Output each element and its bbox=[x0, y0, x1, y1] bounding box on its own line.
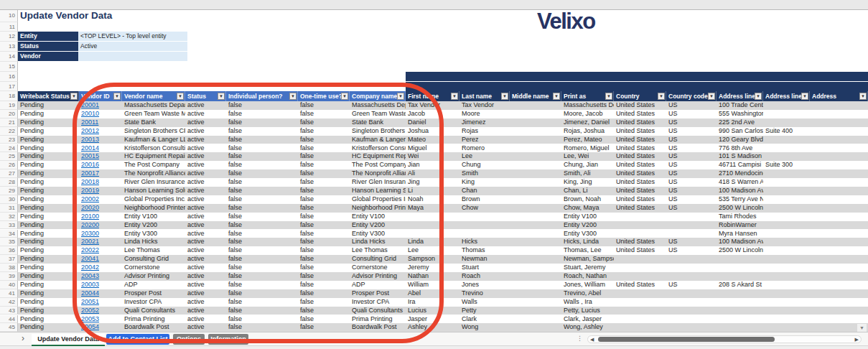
cell-writeback-row31[interactable]: Pending bbox=[18, 204, 79, 213]
row-header-45[interactable]: 45 bbox=[0, 323, 18, 332]
filter-dropdown-icon[interactable]: ▼ bbox=[553, 93, 560, 100]
cell-a3-row32[interactable] bbox=[810, 213, 868, 221]
cell-a2-row27[interactable] bbox=[763, 169, 810, 178]
cell-code-row26[interactable]: US bbox=[666, 161, 717, 169]
scroll-right-icon[interactable]: ▶ bbox=[855, 336, 859, 343]
cell-code-row33[interactable] bbox=[666, 221, 717, 230]
cell-code-row32[interactable] bbox=[666, 213, 717, 221]
cell-middle-row43[interactable] bbox=[510, 307, 561, 315]
cell-a1-row29[interactable]: 100 Madison Ave bbox=[717, 187, 763, 195]
row-header-19[interactable]: 19 bbox=[0, 101, 18, 110]
cell-a2-row39[interactable] bbox=[763, 272, 810, 281]
cell-code-row22[interactable]: US bbox=[666, 127, 717, 136]
cell-a2-row31[interactable] bbox=[763, 204, 810, 213]
cell-last-row31[interactable]: Chow bbox=[459, 204, 510, 213]
cell-a3-row30[interactable] bbox=[810, 195, 868, 204]
cell-last-row32[interactable] bbox=[459, 213, 510, 221]
cell-last-row27[interactable]: Smith bbox=[459, 169, 510, 178]
cell-a2-row30[interactable] bbox=[763, 195, 810, 204]
cell-a2-row35[interactable] bbox=[763, 238, 810, 246]
row-header-31[interactable]: 31 bbox=[0, 204, 18, 213]
cell-writeback-row34[interactable]: Pending bbox=[18, 230, 79, 238]
cell-printas-row36[interactable]: Thomas, Lee bbox=[561, 246, 614, 255]
cell-printas-row19[interactable]: Massachusetts Department bbox=[561, 101, 614, 110]
cell-printas-row44[interactable]: Clark, Jasper bbox=[561, 315, 614, 324]
cell-printas-row23[interactable]: Perez, Mateo bbox=[561, 136, 614, 144]
row-header-17[interactable]: 17 bbox=[0, 82, 18, 91]
cell-printas-row32[interactable]: Entity V100 bbox=[561, 213, 614, 221]
cell-a1-row40[interactable]: 208 S Akard St bbox=[717, 281, 763, 289]
row-header-33[interactable]: 33 bbox=[0, 221, 18, 230]
cell-a2-row40[interactable] bbox=[763, 281, 810, 289]
cell-middle-row29[interactable] bbox=[510, 187, 561, 195]
row-header-36[interactable]: 36 bbox=[0, 246, 18, 255]
cell-a3-row36[interactable] bbox=[810, 246, 868, 255]
row-header-11[interactable]: 11 bbox=[0, 22, 18, 32]
cell-middle-row22[interactable] bbox=[510, 127, 561, 136]
cell-last-row41[interactable]: Trevino bbox=[459, 289, 510, 298]
cell-a1-row43[interactable] bbox=[717, 307, 763, 315]
cell-writeback-row28[interactable]: Pending bbox=[18, 178, 79, 187]
row-header-35[interactable]: 35 bbox=[0, 238, 18, 246]
cell-a3-row26[interactable] bbox=[810, 161, 868, 169]
filter-dropdown-icon[interactable]: ▼ bbox=[70, 93, 78, 100]
cell-last-row20[interactable]: Moore bbox=[459, 110, 510, 118]
horizontal-scrollbar[interactable]: ◀ ▶ bbox=[587, 335, 862, 343]
row-header-28[interactable]: 28 bbox=[0, 178, 18, 187]
row-header-24[interactable]: 24 bbox=[0, 144, 18, 153]
cell-printas-row31[interactable]: Chow, Maya bbox=[561, 204, 614, 213]
cell-code-row38[interactable] bbox=[666, 264, 717, 272]
cell-writeback-row36[interactable]: Pending bbox=[18, 246, 79, 255]
cell-country-row23[interactable]: United States bbox=[614, 136, 666, 144]
cell-code-row44[interactable] bbox=[666, 315, 717, 324]
cell-a3-row38[interactable] bbox=[810, 264, 868, 272]
cell-middle-row45[interactable] bbox=[510, 323, 561, 332]
cell-last-row30[interactable]: Brown bbox=[459, 195, 510, 204]
cell-code-row37[interactable] bbox=[666, 255, 717, 264]
cell-a2-row41[interactable] bbox=[763, 289, 810, 298]
cell-a3-row33[interactable] bbox=[810, 221, 868, 230]
cell-last-row36[interactable]: Thomas bbox=[459, 246, 510, 255]
sheet-nav-arrow[interactable]: › bbox=[22, 333, 24, 343]
cell-a1-row22[interactable]: 990 San Carlos St bbox=[717, 127, 763, 136]
cell-printas-row24[interactable]: Romero, Miguel bbox=[561, 144, 614, 153]
cell-printas-row37[interactable]: Newman, Sampson bbox=[561, 255, 614, 264]
cell-writeback-row29[interactable]: Pending bbox=[18, 187, 79, 195]
vendor-value[interactable] bbox=[78, 52, 187, 61]
cell-last-row19[interactable]: Tax Vendor bbox=[459, 101, 510, 110]
cell-country-row33[interactable] bbox=[614, 221, 666, 230]
cell-code-row29[interactable]: US bbox=[666, 187, 717, 195]
cell-country-row21[interactable]: United States bbox=[614, 118, 666, 127]
cell-middle-row23[interactable] bbox=[510, 136, 561, 144]
cell-last-row44[interactable]: Clark bbox=[459, 315, 510, 324]
cell-writeback-row38[interactable]: Pending bbox=[18, 264, 79, 272]
cell-last-row33[interactable] bbox=[459, 221, 510, 230]
cell-a2-row25[interactable] bbox=[763, 152, 810, 161]
cell-writeback-row23[interactable]: Pending bbox=[18, 136, 79, 144]
cell-middle-row31[interactable] bbox=[510, 204, 561, 213]
cell-a2-row22[interactable]: Suite 400 bbox=[763, 127, 810, 136]
cell-a3-row27[interactable] bbox=[810, 169, 868, 178]
cell-last-row23[interactable]: Perez bbox=[459, 136, 510, 144]
cell-middle-row19[interactable] bbox=[510, 101, 561, 110]
cell-writeback-row41[interactable]: Pending bbox=[18, 289, 79, 298]
cell-code-row39[interactable] bbox=[666, 272, 717, 281]
row-header-40[interactable]: 40 bbox=[0, 281, 18, 289]
cell-a1-row42[interactable] bbox=[717, 298, 763, 307]
cell-writeback-row35[interactable]: Pending bbox=[18, 238, 79, 246]
cell-last-row29[interactable]: Chan bbox=[459, 187, 510, 195]
cell-a3-row31[interactable] bbox=[810, 204, 868, 213]
cell-a2-row29[interactable] bbox=[763, 187, 810, 195]
scroll-left-icon[interactable]: ◀ bbox=[590, 336, 594, 343]
filter-dropdown-icon[interactable]: ▼ bbox=[801, 93, 808, 100]
cell-country-row34[interactable] bbox=[614, 230, 666, 238]
row-header-41[interactable]: 41 bbox=[0, 289, 18, 298]
cell-country-row37[interactable] bbox=[614, 255, 666, 264]
cell-printas-row30[interactable]: Brown, Noah bbox=[561, 195, 614, 204]
cell-writeback-row42[interactable]: Pending bbox=[18, 298, 79, 307]
row-header-34[interactable]: 34 bbox=[0, 230, 18, 238]
cell-country-row19[interactable]: United States bbox=[614, 101, 666, 110]
cell-country-row26[interactable]: United States bbox=[614, 161, 666, 169]
cell-a1-row25[interactable]: 101 S Madison St bbox=[717, 152, 763, 161]
cell-a1-row35[interactable]: 100 Madison Ave bbox=[717, 238, 763, 246]
